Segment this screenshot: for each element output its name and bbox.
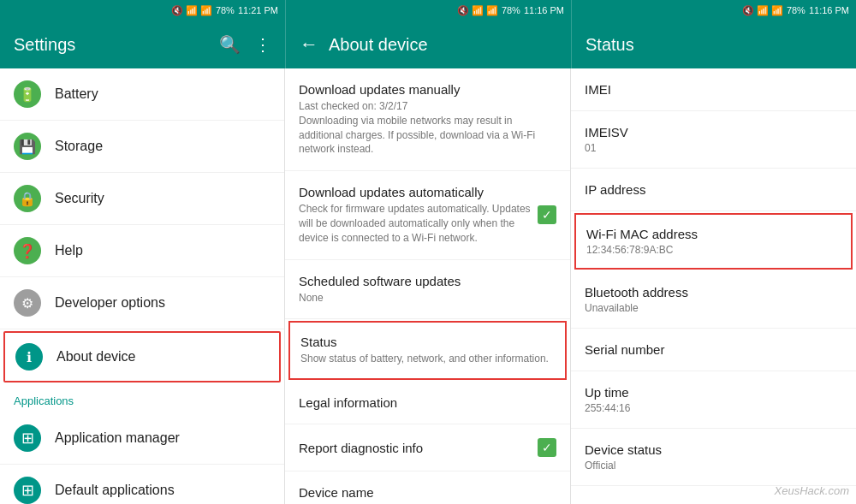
right-status-icons: 🔇 📶 📶 [742,5,783,16]
ip-title: IP address [585,182,842,197]
device-name-title: Device name [299,485,556,500]
imei-title: IMEI [585,82,842,97]
device-status-item[interactable]: Device status Official [571,429,856,486]
wifi-mac-item[interactable]: Wi-Fi MAC address 12:34:56:78:9A:BC [574,213,853,270]
bluetooth-item[interactable]: Bluetooth address Unavailable [571,271,856,329]
right-battery: 78% [787,5,805,15]
uptime-title: Up time [585,385,842,400]
uptime-item[interactable]: Up time 255:44:16 [571,371,856,429]
settings-item-developer[interactable]: ⚙ Developer options [0,277,284,329]
imeisv-title: IMEISV [585,125,842,139]
bluetooth-title: Bluetooth address [585,285,842,299]
serial-item[interactable]: Serial number [571,329,856,371]
storage-icon: 💾 [14,133,41,160]
security-icon: 🔒 [14,185,41,212]
storage-label: Storage [55,139,103,154]
settings-item-security[interactable]: 🔒 Security [0,173,284,225]
device-name-item[interactable]: Device name [285,471,570,504]
right-time: 11:16 PM [809,5,849,15]
download-auto-title: Download updates automatically [299,185,538,199]
app-manager-icon: ⊞ [14,424,41,452]
back-arrow-icon[interactable]: ← [300,33,318,56]
imeisv-value: 01 [585,142,842,154]
status-link-subtitle: Show status of battery, network, and oth… [300,352,555,366]
serial-title: Serial number [585,342,842,357]
uptime-value: 255:44:16 [585,402,842,414]
status-link-title: Status [300,335,555,349]
settings-item-about[interactable]: ℹ About device [3,331,281,382]
status-bar-left: 🔇 📶 📶 78% 11:21 PM [0,0,285,21]
bluetooth-value: Unavailable [585,302,842,314]
left-time: 78% [216,5,235,15]
middle-time: 11:16 PM [524,5,564,15]
wifi-mac-value: 12:34:56:78:9A:BC [586,244,841,256]
imei-item[interactable]: IMEI [571,68,856,111]
scheduled-subtitle: None [299,291,556,305]
watermark-text: XeusHack.com [775,484,849,497]
report-title: Report diagnostic info [299,441,423,455]
report-diagnostic-item[interactable]: Report diagnostic info ✓ [285,424,570,471]
status-bar-right: 🔇 📶 📶 78% 11:16 PM [571,0,856,21]
wifi-mac-title: Wi-Fi MAC address [586,227,841,241]
left-status-icons: 🔇 📶 📶 [171,5,212,16]
settings-item-battery[interactable]: 🔋 Battery [0,68,284,121]
middle-status-icons: 🔇 📶 📶 [457,5,498,16]
ip-address-item[interactable]: IP address [571,169,856,211]
app-bar-settings: Settings 🔍 ⋮ [0,21,285,68]
default-apps-icon: ⊞ [14,477,41,504]
download-updates-manually-item[interactable]: Download updates manually Last checked o… [285,68,570,171]
legal-info-item[interactable]: Legal information [285,382,570,424]
help-icon: ❓ [14,237,41,264]
device-status-value: Official [585,460,842,471]
default-apps-label: Default applications [55,483,175,498]
report-checkbox[interactable]: ✓ [538,438,556,457]
download-manually-title: Download updates manually [299,82,556,97]
more-options-icon[interactable]: ⋮ [254,34,271,55]
download-auto-checkbox[interactable]: ✓ [538,205,556,224]
settings-item-storage[interactable]: 💾 Storage [0,121,284,173]
middle-battery: 78% [502,5,520,15]
settings-item-default-apps[interactable]: ⊞ Default applications [0,465,284,504]
search-icon[interactable]: 🔍 [219,34,241,55]
developer-icon: ⚙ [14,289,41,317]
left-time-text: 11:21 PM [238,5,278,15]
status-panel: IMEI IMEISV 01 IP address Wi-Fi MAC addr… [571,68,856,504]
about-icon: ℹ [15,343,43,371]
about-label: About device [56,349,136,365]
scheduled-updates-item[interactable]: Scheduled software updates None [285,260,570,320]
applications-section-header: Applications [0,384,284,412]
settings-title: Settings [14,35,219,55]
app-bar-about: ← About device [285,21,571,68]
settings-item-help[interactable]: ❓ Help [0,225,284,277]
status-title: Status [586,35,842,55]
app-manager-label: Application manager [55,430,180,446]
device-status-title: Device status [585,442,842,457]
app-bar-status: Status [571,21,856,68]
download-updates-auto-item[interactable]: Download updates automatically Check for… [285,171,570,259]
download-auto-subtitle: Check for firmware updates automatically… [299,202,538,245]
status-item-link[interactable]: Status Show status of battery, network, … [288,321,567,380]
battery-icon: 🔋 [14,80,41,108]
developer-label: Developer options [55,295,165,311]
scheduled-title: Scheduled software updates [299,274,556,288]
imeisv-item[interactable]: IMEISV 01 [571,111,856,169]
help-label: Help [55,243,83,258]
about-device-panel: Download updates manually Last checked o… [285,68,571,504]
about-title: About device [329,35,557,55]
settings-item-app-manager[interactable]: ⊞ Application manager [0,412,284,465]
security-label: Security [55,191,104,206]
status-bar-middle: 🔇 📶 📶 78% 11:16 PM [285,0,571,21]
battery-label: Battery [55,86,98,102]
settings-panel: 🔋 Battery 💾 Storage 🔒 Security ❓ Help ⚙ … [0,68,285,504]
download-manually-subtitle: Last checked on: 3/2/17Downloading via m… [299,99,556,157]
legal-title: Legal information [299,395,556,410]
